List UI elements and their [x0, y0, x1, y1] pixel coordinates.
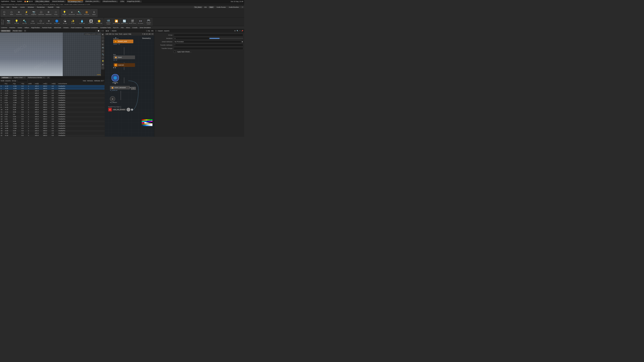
transfer-groups-input[interactable] [174, 47, 243, 50]
color-swatch[interactable] [142, 119, 143, 121]
color-swatch[interactable] [146, 125, 147, 126]
color-swatch[interactable] [150, 125, 151, 126]
node-canvas[interactable]: Block End 🔶 foreach_end1 Gather : 32 Geo… [105, 35, 154, 137]
distant-light-button[interactable]: ☀ Distant Light [45, 18, 53, 26]
node-view-btn[interactable]: View [115, 33, 118, 35]
viewport-3d[interactable]: RRCG RRCG RRCG Persp÷ Building_LookDEV_C… [0, 32, 105, 76]
node-layout-btn[interactable]: Layout [123, 33, 128, 35]
color-swatch[interactable] [146, 123, 147, 125]
color-swatch[interactable] [150, 123, 151, 125]
performance-monitor-tab[interactable]: Performance Monitor ✕ [27, 77, 46, 79]
rilight-button[interactable]: 💡 RiLight [61, 9, 68, 17]
color-swatch[interactable] [148, 121, 150, 122]
gamepad-camera-button[interactable]: 🎮 Gamepad Camera [145, 18, 152, 26]
particles-btn[interactable]: Particles [9, 27, 16, 29]
python-tab-close[interactable]: ✕ [24, 77, 25, 78]
menu-radshift[interactable]: Radshift [47, 6, 54, 8]
proxy-button[interactable]: □ Proxy [52, 9, 59, 17]
geo-camera-button[interactable]: 📹 Geometry Camera [104, 18, 112, 26]
spreadsheet-tab-close[interactable]: ✕ [10, 77, 11, 78]
ads-rs-baked-node[interactable]: Redshift Proxy Output 🔴 ADS_RS_BAKED [108, 106, 133, 111]
apply-style-checkbox[interactable] [174, 51, 176, 53]
vr-camera-button[interactable]: 👓 VR Camera [137, 18, 144, 26]
color-swatch[interactable] [144, 122, 146, 123]
color-swatch[interactable] [143, 121, 144, 122]
guide-brushes[interactable]: Guide Brushes [228, 6, 239, 8]
rigid-bodies-btn[interactable]: Rigid Bodies [31, 27, 40, 29]
container-tools-btn[interactable]: Container Tools [100, 27, 111, 29]
color-swatch[interactable] [150, 119, 151, 121]
props-pin-icon[interactable]: 📌 [241, 30, 243, 32]
wires-btn[interactable]: Wires [126, 27, 130, 29]
sky-light-button[interactable]: 🌤 Sky Light [61, 18, 69, 26]
color-swatch[interactable] [147, 125, 148, 126]
unpack-node[interactable]: 🌐 unpack1 [112, 74, 119, 83]
obj-button[interactable]: ⬡ Obj [1, 9, 8, 17]
props-search-icon[interactable]: 🔍 [237, 30, 238, 32]
table-row[interactable]: 10 -4.19 6.06 0.0 1 425.0 600.0 4.0 /med… [0, 109, 105, 111]
table-row[interactable]: 14 4.31 6.06 0.0 1 425.0 600.0 4.0 /medi… [0, 118, 105, 120]
col-px[interactable]: P[x] [4, 82, 12, 85]
python-shell-tab[interactable]: Python Shell ✕ [13, 77, 26, 79]
table-row[interactable]: 4 4.19 -6.06 0.0 1 425.0 600.0 4.0 /medi… [0, 94, 105, 97]
riport-button[interactable]: 🔆 RiPortLight [83, 9, 90, 17]
color-swatch[interactable] [148, 125, 150, 126]
color-swatch[interactable] [146, 119, 147, 121]
node-add-btn[interactable]: Add [106, 33, 108, 35]
col-red1[interactable]: red[1] [42, 82, 51, 85]
table-row[interactable]: 2 -4.19 -5.94 0.0 1 425.0 600.0 4.0 /med… [0, 90, 105, 92]
camforms-button[interactable]: 🎥 CamForms [38, 9, 44, 17]
color-swatch[interactable] [142, 125, 143, 126]
camera-button[interactable]: 📷 Camera [5, 18, 12, 26]
render-view-tab[interactable]: Render View [12, 30, 22, 32]
wire-cloth-btn[interactable]: Wire/Cloth [54, 27, 62, 29]
vt-rotate-btn[interactable]: ↺ [101, 39, 104, 42]
table-row[interactable]: 3 -4.31 -5.94 0.0 1 425.0 600.0 4.0 /med… [0, 92, 105, 94]
caustic-light-button[interactable]: 💧 Caustic Light [77, 18, 87, 26]
color-swatch[interactable] [148, 122, 150, 123]
menu-file[interactable]: File [1, 6, 4, 8]
vt-light-btn[interactable]: 💡 [101, 60, 104, 63]
iterations-slider[interactable] [210, 38, 243, 39]
special-camera-button[interactable]: 🎦 Special Camera [112, 18, 120, 26]
applications-menu[interactable]: Applications [1, 0, 9, 2]
rispot-button[interactable]: 🔦 RiSpotLight [76, 9, 83, 17]
table-row[interactable]: 7 4.19 -5.94 0.0 1 425.0 600.0 4.0 /medi… [0, 102, 105, 104]
perf-tab-close[interactable]: ✕ [43, 77, 44, 78]
col-texture[interactable]: textureName [58, 82, 105, 85]
color-swatch[interactable] [144, 123, 146, 125]
table-row[interactable]: 15 4.19 6.06 0.0 1 425.0 600.0 4.0 /medi… [0, 120, 105, 123]
particle-fluids-btn[interactable]: Particle Fluids [42, 27, 52, 29]
crowds-btn[interactable]: Crowds [132, 27, 138, 29]
active-window-tab[interactable]: Elite_Fallen_Videos [35, 0, 50, 2]
tab-imageprep[interactable]: ImagePrep (NVME... [126, 0, 142, 2]
add-viewport-btn[interactable]: + [24, 30, 26, 32]
detail-attrs-dropdown[interactable]: ▼ [242, 41, 243, 43]
color-swatch[interactable] [147, 121, 148, 122]
vt-select-btn[interactable]: ▶ [101, 33, 104, 36]
render-camera-button[interactable]: 🎬 Render Camera [129, 18, 136, 26]
to-proxy-node[interactable]: ⊕ TO_PROXY [110, 96, 117, 103]
places-menu[interactable]: Places [11, 0, 16, 2]
gi-light-button[interactable]: ✨ GI Light [69, 18, 77, 26]
clear-button[interactable]: ⚡ Clear [23, 9, 30, 17]
node-go-btn[interactable]: Go [112, 33, 114, 35]
color-swatch[interactable] [151, 122, 152, 123]
color-swatch[interactable] [151, 123, 152, 125]
nav-back-btn[interactable]: ◀ [106, 30, 107, 32]
color-swatch[interactable] [146, 121, 147, 122]
portal-light-button[interactable]: 🔳 Portal Light [87, 18, 95, 26]
vt-persp-btn[interactable]: ⬡ [101, 56, 104, 59]
geometry-light-button[interactable]: ⬡ Geometry Light [37, 18, 44, 26]
color-palette[interactable] [142, 119, 152, 127]
menu-windows[interactable]: Windows [27, 6, 34, 8]
system-menu[interactable]: System [17, 0, 22, 2]
color-swatch[interactable] [143, 125, 144, 126]
tab-elitefallen[interactable]: EliteFallen_MASTE... [85, 0, 100, 2]
volume-light-button[interactable]: 🔵 Volume Light [53, 18, 61, 26]
color-swatch[interactable] [148, 123, 150, 125]
table-row[interactable]: 17 -4.04 -5.94 0.0 1 425.0 600.0 4.0 /me… [0, 125, 105, 127]
col-addd[interactable]: addD [28, 82, 34, 85]
switch-camera-button[interactable]: 🔄 Switch Camera [120, 18, 128, 26]
fluid-containers-btn[interactable]: Fluid Containers [70, 27, 82, 29]
